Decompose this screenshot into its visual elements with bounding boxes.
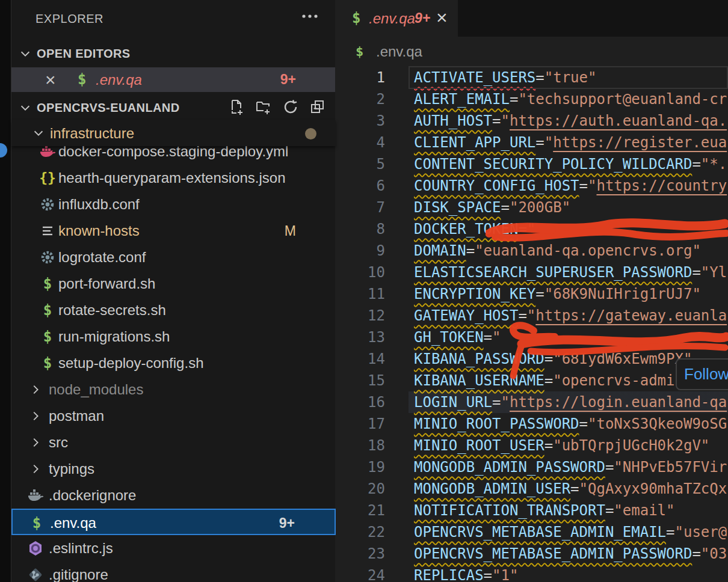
env-value: "1" (492, 567, 518, 582)
env-key: ENCRYPTION_KEY (414, 286, 535, 302)
chevron-right-icon (29, 383, 42, 396)
folder-infrastructure[interactable]: infrastructure (11, 120, 336, 146)
code-line-19[interactable]: 19MONGODB_ADMIN_PASSWORD="NHPvEb57FVir (335, 456, 728, 478)
vscode-window: EXPLORER OPEN EDITORS × $ .env.qa 9+ OPE… (0, 0, 728, 582)
folder-label: infrastructure (50, 120, 134, 146)
tree-item-postman[interactable]: postman (11, 403, 336, 429)
tree-item-node-modules[interactable]: node_modules (11, 376, 336, 403)
code-line-17[interactable]: 17MINIO_ROOT_PASSWORD="toNxS3QkeoW9oSG (335, 413, 728, 435)
line-number: 12 (335, 305, 385, 326)
env-value-link[interactable]: https://login.euanland-qa (510, 394, 727, 411)
env-key: AUTH_HOST (414, 112, 492, 129)
code-line-6[interactable]: 6COUNTRY_CONFIG_HOST="https://country (335, 175, 728, 197)
env-value: " (501, 394, 510, 411)
activity-badge-dot (0, 143, 7, 158)
follow-link-tooltip[interactable]: Follow (676, 358, 728, 390)
tree-item-dockerignore[interactable]: .dockerignore (11, 482, 336, 509)
line-number: 2 (335, 88, 385, 110)
env-value: "user@ (674, 524, 727, 541)
tree-item-label: .dockerignore (49, 482, 136, 509)
tree-item-influxdb-conf[interactable]: influxdb.conf (11, 191, 336, 218)
code-area[interactable]: 1ACTIVATE_USERS="true"2ALERT_EMAIL="tech… (335, 0, 728, 582)
shellscript-icon: $ (32, 515, 41, 531)
code-line-5[interactable]: 5CONTENT_SECURITY_POLICY_WILDCARD="*. (335, 153, 728, 175)
line-number: 8 (335, 218, 385, 240)
env-key: OPENCRVS_METABASE_ADMIN_EMAIL (414, 524, 666, 541)
tree-item-port-forward-sh[interactable]: $port-forward.sh (11, 271, 336, 297)
activity-bar-edge (0, 0, 11, 582)
code-line-11[interactable]: 11ENCRYPTION_KEY="68K9NuIHrig1rUJ7" (335, 283, 728, 305)
code-line-4[interactable]: 4CLIENT_APP_URL="https://register.eua (335, 132, 728, 153)
line-source: OPENCRVS_METABASE_ADMIN_EMAIL="user@ (414, 521, 727, 543)
tree-item-logrotate-conf[interactable]: logrotate.conf (11, 244, 336, 271)
env-value: "Yl (701, 264, 727, 281)
git-icon (28, 567, 43, 582)
line-source: CONTENT_SECURITY_POLICY_WILDCARD="*. (414, 153, 727, 175)
line-source: ACTIVATE_USERS="true" (414, 67, 596, 88)
code-line-20[interactable]: 20MONGODB_ADMIN_USER="QgAxyx90mhaTZcQx (335, 478, 728, 500)
tree-item-src[interactable]: src (11, 429, 336, 456)
tree-item-known-hosts[interactable]: known-hostsM (11, 218, 336, 244)
env-value: "*. (701, 156, 727, 173)
tree-item-run-migrations-sh[interactable]: $run-migrations.sh (11, 323, 336, 350)
env-key: NOTIFICATION_TRANSPORT (414, 502, 605, 519)
env-key: GH_TOKEN (414, 329, 484, 346)
env-key: MONGODB_ADMIN_PASSWORD (414, 459, 605, 476)
code-line-10[interactable]: 10ELASTICSEARCH_SUPERUSER_PASSWORD="Yl (335, 262, 728, 283)
env-key: DISK_SPACE (414, 199, 501, 216)
tree-item-label: known-hosts (58, 218, 140, 244)
env-value-link[interactable]: https://auth.euanland-qa. (510, 112, 727, 129)
tree-item-label: hearth-queryparam-extensions.json (58, 165, 286, 191)
tree-item-typings[interactable]: typings (11, 456, 336, 482)
line-source: MINIO_ROOT_PASSWORD="toNxS3QkeoW9oSG (414, 413, 727, 435)
env-key: ALERT_EMAIL (414, 91, 510, 108)
code-line-2[interactable]: 2ALERT_EMAIL="techsupport@euanland-cr (335, 88, 728, 110)
tree-item-label: setup-deploy-config.sh (58, 350, 203, 376)
follow-link[interactable]: Follow (677, 360, 728, 388)
code-line-18[interactable]: 18MINIO_ROOT_USER="ubTQrpjUGcH0k2gV" (335, 435, 728, 456)
file-tree: docker-compose.staging-deploy.yml{}heart… (11, 0, 336, 582)
json-braces-icon: {} (39, 170, 56, 186)
tree-item-hearth-queryparam-extensions-json[interactable]: {}hearth-queryparam-extensions.json (11, 165, 336, 191)
tree-item-label: .env.qa (50, 510, 96, 536)
line-number: 13 (335, 326, 385, 348)
env-key: ACTIVATE_USERS (414, 69, 535, 86)
env-key: MONGODB_ADMIN_USER (414, 480, 570, 497)
env-key: MINIO_ROOT_PASSWORD (414, 415, 579, 432)
env-key: CLIENT_APP_URL (414, 134, 535, 151)
explorer-sidebar: EXPLORER OPEN EDITORS × $ .env.qa 9+ OPE… (11, 0, 335, 582)
line-source: REPLICAS="1" (414, 565, 518, 582)
code-line-23[interactable]: 23OPENCRVS_METABASE_ADMIN_PASSWORD="03 (335, 543, 728, 565)
tree-item-eslintrc-js[interactable]: .eslintrc.js (11, 535, 336, 562)
line-number: 10 (335, 262, 385, 283)
env-value-link[interactable]: https://country (596, 177, 727, 194)
code-line-22[interactable]: 22OPENCRVS_METABASE_ADMIN_EMAIL="user@ (335, 521, 728, 543)
code-line-21[interactable]: 21NOTIFICATION_TRANSPORT="email" (335, 500, 728, 521)
code-line-1[interactable]: 1ACTIVATE_USERS="true" (335, 67, 728, 88)
git-modified-badge: M (285, 218, 296, 244)
env-value-link[interactable]: https://register.eua (553, 134, 727, 151)
line-number: 14 (335, 348, 385, 370)
gear-icon (40, 250, 55, 265)
env-value: "email" (614, 502, 674, 519)
code-line-24[interactable]: 24REPLICAS="1" (335, 565, 728, 582)
line-number: 16 (335, 391, 385, 413)
list-lines-icon (41, 224, 54, 237)
env-value: " (544, 134, 553, 151)
line-number: 19 (335, 456, 385, 478)
line-source: COUNTRY_CONFIG_HOST="https://country (414, 175, 727, 197)
tree-item-gitignore[interactable]: .gitignore (11, 562, 336, 582)
tree-item-setup-deploy-config-sh[interactable]: $setup-deploy-config.sh (11, 350, 336, 376)
env-key: MINIO_ROOT_USER (414, 437, 544, 454)
code-line-16[interactable]: 16LOGIN_URL="https://login.euanland-qa (335, 391, 728, 413)
line-number: 6 (335, 175, 385, 197)
tree-item-rotate-secrets-sh[interactable]: $rotate-secrets.sh (11, 297, 336, 323)
eslint-icon (28, 541, 43, 556)
line-source: ALERT_EMAIL="techsupport@euanland-cr (414, 88, 727, 110)
chevron-right-icon (29, 462, 42, 476)
env-key: ELASTICSEARCH_SUPERUSER_PASSWORD (414, 264, 692, 281)
tree-item-env-qa[interactable]: $.env.qa9+ (11, 509, 336, 535)
code-line-3[interactable]: 3AUTH_HOST="https://auth.euanland-qa. (335, 110, 728, 132)
env-value: "NHPvEb57FVir (614, 459, 727, 476)
env-key: OPENCRVS_METABASE_ADMIN_PASSWORD (414, 545, 692, 562)
